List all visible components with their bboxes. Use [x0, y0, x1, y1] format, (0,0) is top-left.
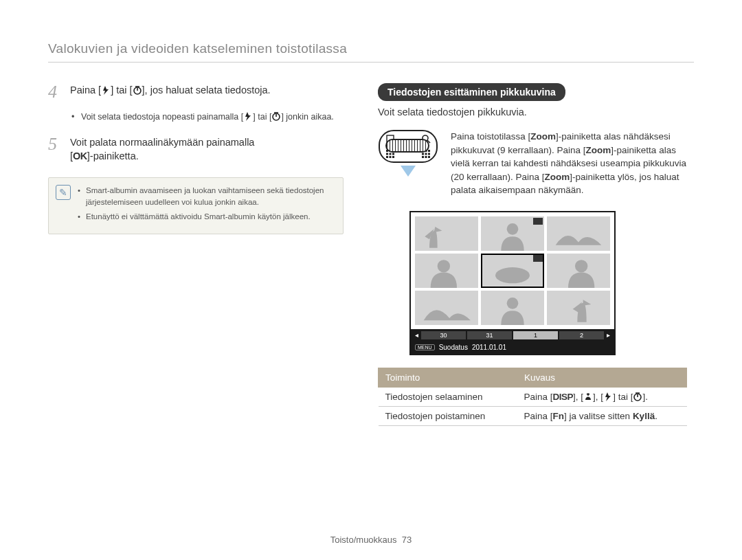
- step-4: 4 Paina [] tai [], jos haluat selata tie…: [48, 83, 344, 101]
- thumbnail: [547, 291, 610, 325]
- filter-date: 2011.01.01: [472, 344, 506, 351]
- timeline-seg: 30: [421, 331, 466, 339]
- timer-icon: [133, 85, 142, 95]
- flash-icon: [101, 85, 111, 95]
- zoom-lever: [385, 139, 429, 153]
- table-header-kuvaus: Kuvaus: [517, 368, 687, 387]
- svg-point-14: [507, 223, 519, 235]
- note-bullet-1: Smart-albumin avaamiseen ja luokan vaiht…: [78, 185, 333, 209]
- timer-icon: [271, 111, 281, 121]
- macro-icon: [583, 392, 593, 401]
- zoom-instruction: Paina toistotilassa [Zoom]-painiketta al…: [378, 130, 687, 197]
- thumbnail: [547, 216, 610, 251]
- svg-rect-12: [418, 216, 475, 251]
- zoom-description: Paina toistotilassa [Zoom]-painiketta al…: [451, 130, 687, 197]
- cell-browse-desc: Paina [DISP], [], [] tai [].: [517, 387, 687, 406]
- svg-point-21: [575, 260, 587, 272]
- flash-icon: [603, 392, 613, 401]
- page-header: Valokuvien ja videoiden katseleminen toi…: [48, 41, 694, 63]
- svg-point-24: [507, 298, 519, 309]
- note-box: ✎ Smart-albumin avaamiseen ja luokan vai…: [48, 177, 344, 235]
- thumbnail: [415, 254, 478, 288]
- cell-delete-label: Tiedostojen poistaminen: [379, 406, 517, 425]
- table-row: Tiedostojen poistaminen Paina [Fn] ja va…: [379, 406, 687, 425]
- flash-icon: [243, 111, 253, 121]
- step-5: 5 Voit palata normaalinäkymään painamall…: [48, 135, 344, 164]
- thumbnail: [481, 216, 544, 251]
- video-icon: [533, 255, 543, 262]
- section-intro: Voit selata tiedostojen pikkukuvia.: [378, 107, 687, 117]
- cell-browse-label: Tiedostojen selaaminen: [379, 387, 517, 406]
- next-arrow-icon: ▸: [605, 331, 611, 339]
- thumbnail-selected: [481, 254, 544, 288]
- thumbnail: [547, 254, 610, 288]
- zoom-illustration: [378, 130, 438, 197]
- thumbnail: [415, 291, 478, 325]
- page-footer: Toisto/muokkaus 73: [0, 535, 742, 545]
- cell-delete-desc: Paina [Fn] ja valitse sitten Kyllä.: [517, 406, 687, 425]
- screen-mockup: ◂ 30 31 1 2 ▸ MENU Suodatus 2011.01.01: [409, 211, 616, 355]
- timeline-seg: 31: [467, 331, 512, 339]
- menu-chip: MENU: [415, 344, 435, 350]
- note-bullet-2: Etunäyttö ei välttämättä aktivoidu Smart…: [78, 211, 333, 223]
- video-icon: [533, 218, 543, 225]
- step-4-bullet: Voit selata tiedostoja nopeasti painamal…: [71, 111, 344, 123]
- thumbnail: [481, 291, 544, 325]
- step-4-text: Paina [] tai [], jos haluat selata tiedo…: [70, 83, 271, 101]
- function-table: Toiminto Kuvaus Tiedostojen selaaminen P…: [378, 368, 687, 426]
- step-4-number: 4: [48, 83, 62, 101]
- step-5-number: 5: [48, 135, 62, 164]
- table-header-toiminto: Toiminto: [379, 368, 517, 387]
- prev-arrow-icon: ◂: [414, 331, 420, 339]
- timer-icon: [633, 392, 642, 401]
- screen-timeline: ◂ 30 31 1 2 ▸: [411, 329, 614, 341]
- filter-label: Suodatus: [439, 344, 468, 351]
- svg-point-19: [495, 267, 530, 283]
- table-row: Tiedostojen selaaminen Paina [DISP], [],…: [379, 387, 687, 406]
- step-5-text: Voit palata normaalinäkymään painamalla …: [70, 135, 254, 164]
- timeline-seg-active: 1: [513, 331, 558, 339]
- svg-rect-15: [550, 216, 607, 251]
- svg-point-17: [438, 260, 450, 272]
- section-badge: Tiedostojen esittäminen pikkukuvina: [378, 83, 565, 101]
- timeline-seg: 2: [559, 331, 604, 339]
- left-column: 4 Paina [] tai [], jos haluat selata tie…: [48, 83, 344, 426]
- note-icon: ✎: [56, 185, 71, 200]
- screen-filter-bar: MENU Suodatus 2011.01.01: [411, 341, 614, 354]
- thumbnail: [415, 216, 478, 251]
- right-column: Tiedostojen esittäminen pikkukuvina Voit…: [378, 83, 687, 426]
- down-arrow-icon: [401, 166, 416, 177]
